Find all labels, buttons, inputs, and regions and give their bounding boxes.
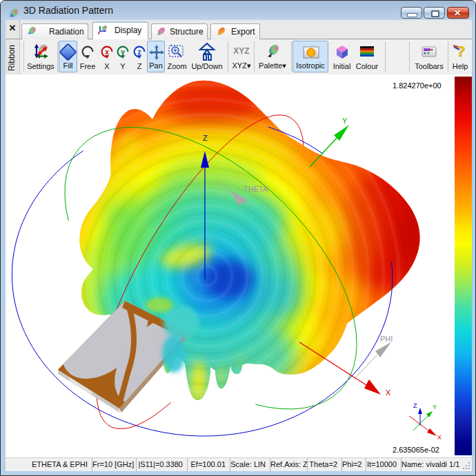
svg-text:Y: Y (433, 404, 437, 410)
svg-text:Y: Y (342, 117, 348, 125)
svg-text:?: ? (456, 43, 465, 60)
svg-text:z: z (137, 48, 141, 56)
svg-text:Z: Z (413, 402, 417, 409)
svg-text:y: y (121, 48, 125, 56)
svg-text:X: X (437, 434, 442, 441)
svg-text:x: x (105, 48, 109, 56)
svg-text:Z: Z (203, 134, 208, 142)
svg-text:PHI: PHI (380, 335, 393, 343)
svg-text:THETA: THETA (244, 185, 268, 193)
svg-text:XYZ: XYZ (233, 46, 249, 56)
svg-text:X: X (386, 388, 391, 397)
